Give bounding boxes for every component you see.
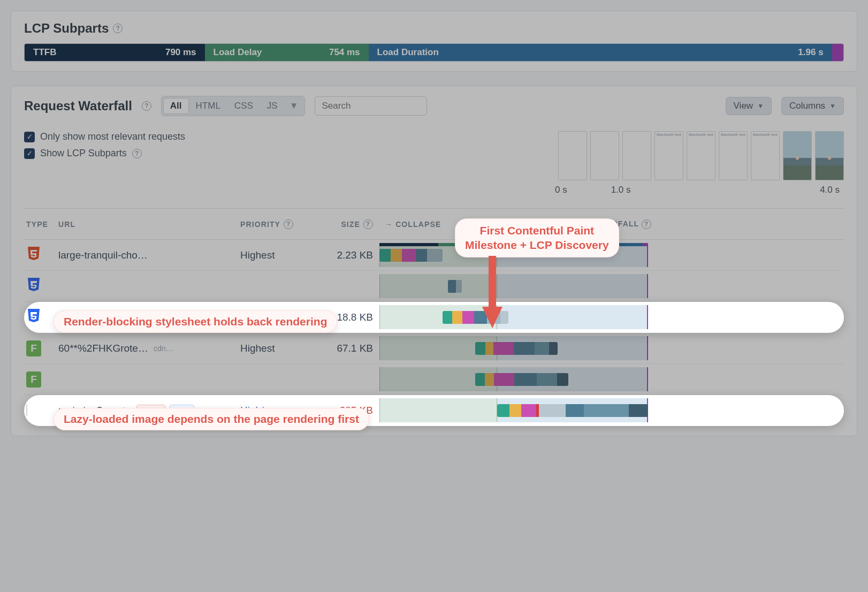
html5-icon — [26, 246, 41, 262]
help-icon[interactable]: ? — [142, 101, 151, 111]
waterfall-bar[interactable] — [379, 249, 443, 262]
tab-more-icon[interactable]: ▼ — [285, 98, 303, 113]
filmstrip-time-axis: 0 s 1.0 s 4.0 s — [555, 185, 844, 195]
arrow-icon — [479, 256, 506, 333]
col-size[interactable]: SIZE ? — [318, 212, 377, 237]
time-tick: 0 s — [555, 185, 567, 195]
url-text: 60**%2FHKGrotesk… — [58, 343, 149, 354]
type-filter-tabs: All HTML CSS JS ▼ — [161, 96, 306, 116]
filmstrip-frame[interactable]: Bandwidth test — [783, 131, 812, 180]
waterfall-bar[interactable] — [475, 342, 558, 355]
request-waterfall-title: Request Waterfall — [24, 98, 132, 113]
view-select[interactable]: View ▼ — [726, 97, 772, 115]
request-waterfall-panel: Request Waterfall ? All HTML CSS JS ▼ Vi… — [11, 86, 857, 436]
help-icon[interactable]: ? — [284, 219, 293, 229]
url-text: large-tranquil-chocolate.g… — [58, 249, 149, 261]
segment-delay-value: 754 ms — [329, 47, 360, 58]
css3-icon — [26, 277, 41, 293]
checkbox-relevant-requests[interactable]: ✓ Only show most relevant requests — [24, 131, 185, 142]
filmstrip-frame[interactable]: Bandwidth test — [687, 131, 715, 180]
lcp-subparts-bar: TTFB 790 ms Load Delay 754 ms Load Durat… — [24, 43, 844, 62]
segment-render[interactable] — [832, 44, 843, 61]
callout-render-blocking: Render-blocking stylesheet holds back re… — [54, 310, 337, 333]
size-text: 67.1 KB — [318, 339, 377, 358]
table-row[interactable]: F 60**%2FHKGrotesk… cdn… Highest 67.1 KB — [24, 333, 844, 364]
checkbox-checked-icon: ✓ — [24, 132, 35, 142]
waterfall-bar[interactable] — [475, 373, 568, 386]
checkbox-subparts-label: Show LCP Subparts — [40, 148, 127, 159]
segment-ttfb-label: TTFB — [33, 47, 56, 58]
collapse-toggle[interactable]: → COLLAPSE — [385, 220, 441, 229]
filmstrip-frame[interactable]: Bandwidth test — [719, 131, 748, 180]
col-priority[interactable]: PRIORITY ? — [238, 212, 318, 237]
search-input[interactable] — [315, 96, 427, 116]
priority-text: Highest — [238, 339, 318, 358]
columns-select[interactable]: Columns ▼ — [781, 97, 844, 115]
filmstrip-frame[interactable] — [622, 131, 651, 180]
segment-delay-label: Load Delay — [214, 47, 262, 58]
checkbox-relevant-label: Only show most relevant requests — [40, 131, 185, 142]
tab-all[interactable]: All — [164, 98, 188, 113]
columns-select-label: Columns — [789, 101, 825, 111]
help-icon[interactable]: ? — [642, 219, 651, 229]
chevron-down-icon: ▼ — [829, 102, 836, 110]
help-icon[interactable]: ? — [363, 219, 373, 229]
time-tick: 1.0 s — [611, 185, 631, 195]
lcp-subparts-title: LCP Subparts — [24, 21, 109, 36]
type-icon-cell — [24, 242, 56, 268]
segment-load-delay[interactable]: Load Delay 754 ms — [205, 44, 369, 61]
col-type[interactable]: TYPE — [24, 212, 56, 236]
css3-icon — [26, 308, 41, 324]
filmstrip-frame[interactable]: Bandwidth test — [815, 131, 844, 180]
help-icon[interactable]: ? — [113, 24, 123, 33]
font-icon: F — [26, 340, 41, 356]
table-row[interactable] — [24, 271, 844, 302]
time-tick: 4.0 s — [820, 185, 840, 195]
priority-text: Highest — [238, 246, 318, 264]
segment-ttfb[interactable]: TTFB 790 ms — [25, 44, 205, 61]
segment-duration-value: 1.96 s — [798, 47, 823, 58]
filmstrip-frame[interactable]: Bandwidth test — [751, 131, 780, 180]
font-icon: F — [26, 371, 41, 388]
segment-load-duration[interactable]: Load Duration 1.96 s — [369, 44, 832, 61]
image-thumb-icon — [26, 404, 27, 416]
chevron-down-icon: ▼ — [757, 102, 764, 110]
lcp-subparts-panel: LCP Subparts ? TTFB 790 ms Load Delay 75… — [11, 11, 857, 72]
filmstrip-frame[interactable]: Bandwidth test — [654, 131, 683, 180]
tab-js[interactable]: JS — [261, 98, 284, 113]
col-url[interactable]: URL — [56, 212, 238, 236]
waterfall-bar[interactable] — [497, 404, 648, 417]
table-row[interactable]: large-tranquil-chocolate.g… Highest 2.23… — [24, 240, 844, 271]
filmstrip: Bandwidth test Bandwidth test Bandwidth … — [555, 131, 844, 195]
checkbox-show-lcp-subparts[interactable]: ✓ Show LCP Subparts ? — [24, 148, 185, 159]
filmstrip-frame[interactable] — [590, 131, 619, 180]
size-text: 2.23 KB — [318, 246, 377, 264]
segment-ttfb-value: 790 ms — [165, 47, 196, 58]
url-host: cdn… — [154, 344, 173, 353]
filmstrip-frame[interactable] — [558, 131, 587, 180]
view-select-label: View — [734, 101, 753, 111]
tab-css[interactable]: CSS — [228, 98, 260, 113]
table-row[interactable]: F — [24, 364, 844, 395]
waterfall-bar[interactable] — [448, 280, 462, 293]
tab-html[interactable]: HTML — [189, 98, 227, 113]
segment-duration-label: Load Duration — [377, 47, 439, 58]
callout-fcp: First Contentful Paint Milestone + LCP D… — [455, 218, 619, 257]
checkbox-checked-icon: ✓ — [24, 148, 35, 159]
callout-lazy-image: Lazy-loaded image depends on the page re… — [54, 408, 369, 430]
table-header: TYPE URL PRIORITY ? SIZE ? → COLLAPSE ↕ … — [24, 209, 844, 240]
help-icon[interactable]: ? — [132, 149, 142, 158]
